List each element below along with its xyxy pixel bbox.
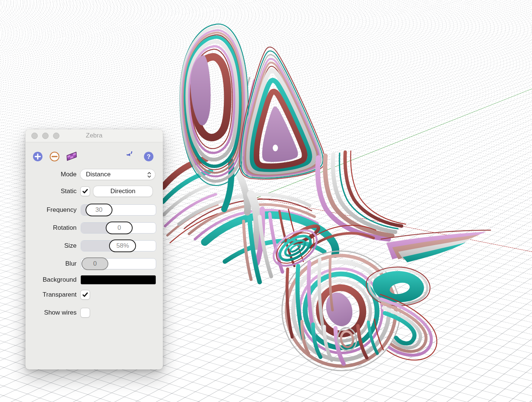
transparent-label: Transparent (25, 289, 77, 300)
question-icon: ? (143, 151, 154, 162)
chevron-up-down-icon (147, 171, 151, 182)
rotation-thumb[interactable]: 0 (106, 222, 133, 234)
static-label: Static (25, 186, 77, 197)
direction-button[interactable]: Direction (93, 186, 153, 197)
titlebar[interactable]: Zebra (25, 129, 163, 142)
remove-button[interactable] (49, 151, 60, 162)
size-thumb[interactable]: 58% (109, 239, 136, 252)
show-wires-checkbox[interactable] (80, 308, 90, 318)
svg-text:?: ? (147, 153, 151, 160)
background-swatch[interactable] (81, 275, 156, 284)
size-label: Size (25, 240, 77, 251)
mode-value: Distance (86, 171, 111, 178)
show-wires-row: Show wires (25, 307, 163, 318)
blur-thumb: 0 (81, 257, 108, 270)
show-wires-label: Show wires (25, 307, 77, 318)
frequency-thumb[interactable]: 30 (86, 204, 112, 216)
blur-label: Blur (25, 258, 77, 269)
blur-slider: 0 (81, 258, 156, 269)
panel-title: Zebra (25, 129, 163, 142)
background-label: Background (25, 275, 77, 284)
mode-select[interactable]: Distance (80, 169, 155, 180)
zebra-panel: Zebra (25, 129, 163, 369)
blur-row: Blur 0 (25, 258, 163, 269)
static-checkbox[interactable] (80, 186, 90, 196)
transparent-checkbox[interactable] (80, 290, 90, 300)
transparent-row: Transparent (25, 289, 163, 300)
frequency-label: Frequency (25, 204, 77, 216)
rhino-viewport[interactable]: Zebra (0, 0, 532, 402)
surface-patch-button[interactable] (65, 151, 78, 162)
help-button[interactable]: ? (143, 151, 154, 162)
static-row: Static Direction (25, 186, 163, 197)
frequency-slider[interactable]: 30 (81, 204, 156, 216)
mode-row: Mode Distance (25, 169, 163, 180)
mode-label: Mode (25, 169, 77, 180)
rotation-row: Rotation 0 (25, 222, 163, 234)
add-button[interactable] (33, 151, 43, 162)
background-row: Background (25, 275, 163, 284)
size-row: Size 58% (25, 240, 163, 251)
surface-patch-icon (65, 151, 78, 162)
rotation-label: Rotation (25, 222, 77, 234)
rotation-slider[interactable]: 0 (81, 222, 156, 234)
size-slider[interactable]: 58% (81, 240, 156, 251)
undo-button[interactable] (127, 151, 137, 162)
frequency-row: Frequency 30 (25, 204, 163, 216)
undo-arrow-icon (127, 151, 137, 162)
panel-toolbar: ? (25, 150, 163, 163)
